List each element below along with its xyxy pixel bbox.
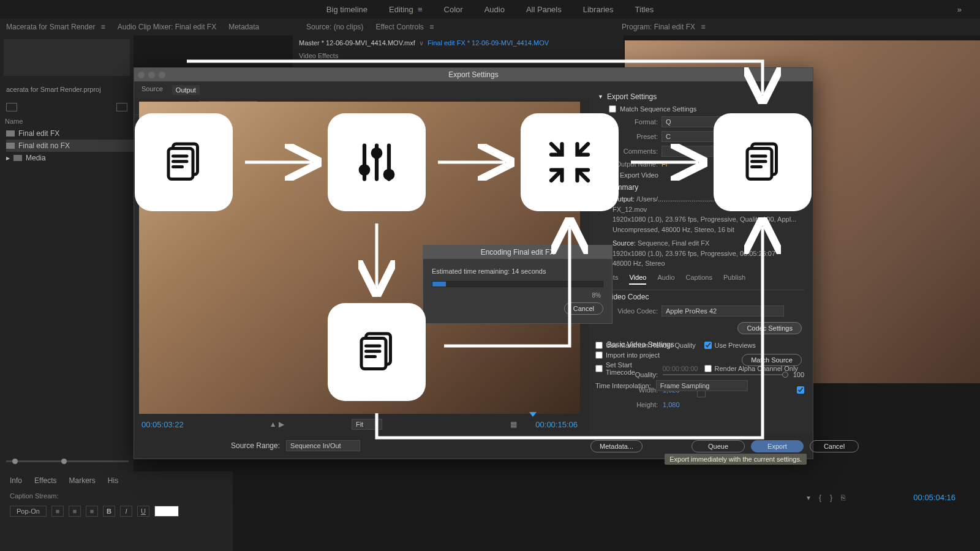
delete-preset-icon[interactable]: 🗑 — [780, 133, 786, 140]
workspace-tab-active[interactable]: Editing ≡ — [389, 5, 423, 14]
source-range-select[interactable]: Sequence In/Out — [286, 440, 360, 451]
column-header-name[interactable]: Name — [0, 115, 134, 127]
workspace-tab[interactable]: Audio — [484, 5, 505, 14]
export-settings-panel: ▼Export Settings Match Sequence Settings… — [589, 85, 813, 434]
underline-icon[interactable]: U — [137, 506, 149, 517]
panel-tab[interactable]: Audio Clip Mixer: Final edit FX — [118, 23, 216, 31]
workspace-tab[interactable]: Color — [444, 5, 463, 14]
project-item[interactable]: Final edit no FX — [6, 140, 134, 152]
start-timecode-label: Set Start Timecode — [606, 361, 654, 376]
color-swatch[interactable] — [154, 506, 179, 517]
dialog-title: Export Settings — [448, 70, 498, 79]
comments-label: Comments: — [609, 148, 658, 155]
export-frame-icon[interactable]: ⎘ — [841, 493, 845, 502]
video-codec-label: Video Codec: — [609, 307, 658, 315]
alpha-only-label: Render Alpha Channel Only — [715, 365, 798, 372]
preview-zoom-select[interactable]: Fit — [352, 419, 382, 430]
minimize-icon[interactable] — [148, 72, 155, 78]
export-button[interactable]: Export — [751, 440, 804, 452]
in-timecode[interactable]: 00:05:03:22 — [141, 420, 184, 429]
new-bin-icon[interactable] — [116, 103, 127, 111]
panel-tab[interactable]: Program: Final edit FX ≡ — [622, 23, 705, 31]
add-marker-icon[interactable]: ▾ — [807, 493, 810, 502]
caption-stream-label: Caption Stream: — [10, 492, 58, 500]
height-value[interactable]: 1,080 — [663, 401, 680, 408]
comments-input[interactable] — [662, 146, 784, 157]
encoding-eta: Estimated time remaining: 14 seconds — [432, 268, 603, 275]
import-project-checkbox[interactable] — [595, 351, 603, 359]
encoding-cancel-button[interactable]: Cancel — [564, 302, 603, 315]
caption-type-select[interactable]: Pop-On — [10, 506, 47, 517]
dialog-titlebar[interactable]: Export Settings — [134, 68, 813, 81]
info-tab[interactable]: Info — [10, 476, 22, 485]
info-tab[interactable]: His — [108, 476, 118, 485]
project-item[interactable]: Final edit FX — [6, 127, 134, 140]
encoding-title: Encoding Final edit FX — [423, 246, 612, 259]
italic-icon[interactable]: I — [120, 506, 132, 517]
output-tab[interactable]: Output — [172, 85, 200, 95]
more-workspaces-icon[interactable]: » — [957, 5, 962, 14]
use-previews-label: Use Previews — [715, 342, 756, 349]
bracket-out-icon[interactable]: } — [830, 493, 832, 502]
list-view-icon[interactable] — [6, 103, 17, 111]
export-tab-publish[interactable]: Publish — [723, 274, 745, 285]
cancel-button[interactable]: Cancel — [810, 440, 859, 452]
save-preset-icon[interactable]: ⇩ — [761, 133, 766, 141]
start-timecode-checkbox[interactable] — [595, 365, 603, 372]
panel-tab[interactable]: Macerata for Smart Render ≡ — [6, 23, 105, 31]
clip-instance-link[interactable]: Final edit FX * 12-06-09-MVI_4414.MOV — [428, 39, 549, 47]
master-clip-label: Master * 12-06-09-MVI_4414.MOV.mxf — [299, 39, 415, 47]
workspace-tab[interactable]: Titles — [635, 5, 654, 14]
metadata-button[interactable]: Metadata... — [590, 440, 643, 452]
export-tab-video[interactable]: Video — [629, 274, 646, 285]
summary-header[interactable]: ▼Summary — [598, 181, 804, 194]
format-select[interactable]: Q — [662, 116, 753, 127]
video-codec-header[interactable]: ▼Video Codec — [598, 290, 804, 304]
program-timecode[interactable]: 00:05:04:16 — [913, 493, 956, 502]
align-left-icon[interactable]: ≡ — [51, 506, 64, 517]
workspace-tab[interactable]: All Panels — [526, 5, 562, 14]
zoom-icon[interactable] — [159, 72, 165, 78]
export-video-checkbox[interactable] — [609, 171, 616, 179]
source-tab[interactable]: Source — [141, 85, 163, 95]
encoding-percent: 8% — [432, 292, 603, 299]
match-sequence-checkbox[interactable] — [609, 105, 616, 113]
queue-button[interactable]: Queue — [692, 440, 745, 452]
align-center-icon[interactable]: ≡ — [69, 506, 81, 517]
use-previews-checkbox[interactable] — [704, 342, 712, 349]
time-interpolation-select[interactable]: Frame Sampling — [656, 380, 748, 391]
project-zoom-slider[interactable] — [6, 460, 129, 467]
panel-tab[interactable]: Source: (no clips) — [306, 23, 363, 31]
workspace-tab[interactable]: Big timeline — [326, 5, 368, 14]
project-filename: acerata for Smart Render.prproj — [0, 80, 134, 99]
folder-icon — [13, 155, 22, 161]
info-tab[interactable]: Markers — [69, 476, 95, 485]
output-name-link[interactable]: Fi — [662, 160, 667, 168]
playhead-marker-icon[interactable] — [529, 412, 537, 417]
panel-tab[interactable]: Effect Controls ≡ — [375, 23, 434, 31]
export-video-label: Export Video — [620, 171, 658, 179]
time-interpolation-label: Time Interpolation: — [595, 382, 651, 389]
export-tab-captions[interactable]: Captions — [686, 274, 712, 285]
export-settings-header[interactable]: ▼Export Settings — [598, 90, 804, 103]
import-preset-icon[interactable]: ▦ — [770, 133, 776, 141]
workspace-tab[interactable]: Libraries — [583, 5, 614, 14]
close-icon[interactable] — [138, 72, 145, 78]
max-render-quality-checkbox[interactable] — [595, 342, 603, 349]
bold-icon[interactable]: B — [103, 506, 115, 517]
info-tab[interactable]: Effects — [34, 476, 56, 485]
alpha-only-checkbox[interactable] — [704, 365, 712, 372]
info-panel: Info Effects Markers His Caption Stream:… — [0, 471, 233, 551]
sequence-icon — [6, 130, 15, 137]
effect-controls-panel: Master * 12-06-09-MVI_4414.MOV.mxf ∨ Fin… — [293, 36, 624, 67]
bracket-in-icon[interactable]: { — [819, 493, 821, 502]
project-item[interactable]: ▸ Media — [6, 152, 134, 164]
codec-settings-button[interactable]: Codec Settings — [737, 322, 802, 334]
video-codec-select[interactable]: Apple ProRes 42 — [662, 305, 784, 317]
export-tab-audio[interactable]: Audio — [657, 274, 674, 285]
preset-select[interactable]: C — [662, 131, 753, 142]
match-sequence-label: Match Sequence Settings — [620, 105, 696, 113]
panel-tab[interactable]: Metadata — [228, 23, 259, 31]
format-label: Format: — [609, 118, 658, 126]
align-right-icon[interactable]: ≡ — [86, 506, 98, 517]
